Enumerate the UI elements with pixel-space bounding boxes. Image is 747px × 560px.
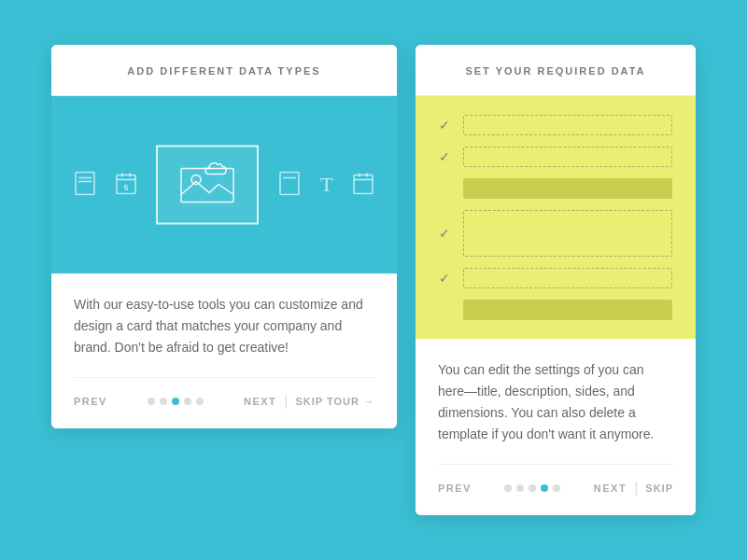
card-2-footer: PREV NEXT | SKIP bbox=[438, 464, 673, 497]
card-1-body: With our easy-to-use tools you can custo… bbox=[51, 273, 397, 428]
svg-rect-10 bbox=[280, 172, 299, 194]
form-field-filled-2 bbox=[463, 300, 672, 320]
checkmark-2: ✓ bbox=[439, 149, 454, 164]
dot-5 bbox=[196, 398, 204, 405]
card-2-title: SET YOUR REQUIRED DATA bbox=[465, 65, 645, 77]
form-row-filled: ✓ bbox=[439, 178, 672, 199]
svg-rect-12 bbox=[354, 175, 373, 193]
form-row-filled-2: ✓ bbox=[439, 300, 672, 320]
card2-dot-1 bbox=[504, 484, 512, 492]
card-2-prev-button[interactable]: PREV bbox=[438, 483, 472, 494]
arrow-right-icon-1: → bbox=[363, 396, 374, 407]
dot-3-active bbox=[172, 398, 179, 405]
card-1-next-button[interactable]: NEXT bbox=[244, 396, 276, 407]
card-2-skip-button[interactable]: SKIP bbox=[645, 483, 673, 494]
svg-text:5: 5 bbox=[123, 182, 128, 191]
dot-1 bbox=[148, 398, 155, 405]
card2-dot-2 bbox=[516, 484, 524, 492]
text-icon-1 bbox=[75, 171, 95, 198]
checkmark-4: ✓ bbox=[439, 271, 454, 286]
svg-rect-0 bbox=[76, 172, 94, 194]
svg-point-9 bbox=[191, 175, 201, 185]
card-1: ADD DIFFERENT DATA TYPES bbox=[51, 45, 397, 428]
card-1-prev-button[interactable]: PREV bbox=[74, 396, 107, 407]
form-field-2 bbox=[463, 147, 672, 167]
checkmark-1: ✓ bbox=[439, 118, 454, 133]
card-2-body: You can edit the settings of you can her… bbox=[416, 339, 696, 515]
card-2-illustration: ✓ ✓ ✓ ✓ ✓ ✓ bbox=[416, 96, 696, 339]
card-2-next-button[interactable]: NEXT bbox=[594, 483, 627, 494]
card2-dot-5 bbox=[553, 484, 560, 492]
dot-2 bbox=[160, 398, 167, 405]
card-1-description: With our easy-to-use tools you can custo… bbox=[74, 294, 374, 358]
card2-dot-4-active bbox=[541, 484, 548, 492]
card-1-skip-button[interactable]: SKIP TOUR → bbox=[296, 396, 375, 407]
form-field-4 bbox=[463, 268, 672, 288]
calendar-icon-1: 5 bbox=[116, 172, 136, 197]
checkmark-3: ✓ bbox=[439, 226, 454, 241]
card-2-description: You can edit the settings of you can her… bbox=[438, 359, 673, 445]
form-field-filled bbox=[463, 178, 672, 199]
card-1-header: ADD DIFFERENT DATA TYPES bbox=[51, 45, 397, 96]
skip-label-1: SKIP TOUR bbox=[296, 396, 360, 407]
image-placeholder bbox=[156, 145, 259, 224]
form-row-1: ✓ bbox=[439, 115, 672, 135]
form-row-2: ✓ bbox=[439, 147, 672, 167]
form-row-large: ✓ bbox=[439, 210, 672, 257]
card2-dot-3 bbox=[529, 484, 536, 492]
form-field-1 bbox=[463, 115, 672, 135]
form-field-large bbox=[463, 210, 672, 257]
card-1-illustration: 5 bbox=[51, 96, 397, 273]
card-1-title: ADD DIFFERENT DATA TYPES bbox=[127, 65, 320, 77]
toolbar-icons: 5 bbox=[51, 145, 397, 224]
card-2: SET YOUR REQUIRED DATA ✓ ✓ ✓ ✓ ✓ bbox=[416, 45, 696, 515]
card-1-dots bbox=[107, 398, 244, 405]
card-1-footer: PREV NEXT | SKIP TOUR → bbox=[74, 377, 374, 410]
cards-container: ADD DIFFERENT DATA TYPES bbox=[33, 26, 714, 534]
form-row-4: ✓ bbox=[439, 268, 672, 288]
t-icon: T bbox=[320, 175, 332, 195]
calendar-icon-2 bbox=[353, 172, 374, 197]
dot-4 bbox=[184, 398, 191, 405]
card-2-header: SET YOUR REQUIRED DATA bbox=[416, 45, 696, 96]
skip-label-2: SKIP bbox=[645, 483, 673, 494]
field-icon bbox=[279, 171, 300, 198]
card-2-dots bbox=[472, 484, 594, 492]
